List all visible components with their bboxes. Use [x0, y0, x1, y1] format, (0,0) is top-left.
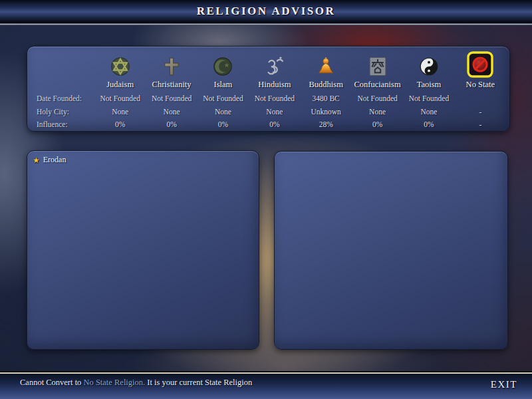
- religion-button-buddhism[interactable]: [301, 47, 352, 78]
- page-title: RELIGION ADVISOR: [197, 5, 336, 18]
- title-bar: RELIGION ADVISOR: [0, 0, 532, 23]
- religion-button-confucianism[interactable]: [352, 47, 403, 78]
- influence-hinduism: 0%: [249, 120, 300, 128]
- religion-name-hinduism: Hinduism: [249, 80, 300, 90]
- christian-cross-icon: [160, 55, 183, 78]
- religion-name-christianity: Christianity: [146, 80, 197, 90]
- religion-button-hinduism[interactable]: [249, 47, 300, 78]
- star-of-david-icon: [109, 55, 132, 78]
- religion-grid: Judaism Christianity Islam Hinduism Budd…: [27, 47, 509, 130]
- religion-summary-panel: Judaism Christianity Islam Hinduism Budd…: [27, 46, 510, 132]
- row-label-holy-city: Holy City:: [31, 108, 94, 116]
- civ-name-label: Erodan: [43, 155, 66, 165]
- holy-city-hinduism: None: [249, 108, 300, 116]
- row-label-date-founded: Date Founded:: [31, 94, 94, 102]
- holy-city-christianity: None: [146, 108, 197, 116]
- date-founded-taoism: Not Founded: [403, 94, 454, 102]
- status-link-text: No State Religion.: [83, 378, 145, 387]
- status-message-prefix: Cannot Convert to: [20, 378, 83, 387]
- influence-taoism: 0%: [403, 120, 454, 128]
- status-message: Cannot Convert to No State Religion. It …: [20, 378, 252, 388]
- row-label-influence: Influence:: [31, 120, 94, 128]
- holy-city-confucianism: None: [352, 108, 403, 116]
- date-founded-confucianism: Not Founded: [352, 94, 403, 102]
- status-bar: Cannot Convert to No State Religion. It …: [0, 372, 532, 399]
- religion-name-no-state: No State: [455, 80, 506, 90]
- buddha-icon: [315, 55, 337, 78]
- date-founded-judaism: Not Founded: [94, 94, 146, 102]
- favorite-star-icon: ★: [33, 156, 40, 164]
- religion-name-judaism: Judaism: [94, 80, 146, 90]
- date-founded-hinduism: Not Founded: [249, 94, 300, 102]
- confucian-glyph-icon: [366, 55, 389, 78]
- influence-islam: 0%: [198, 120, 249, 128]
- title-separator: [0, 23, 532, 25]
- holy-city-islam: None: [198, 108, 249, 116]
- religion-name-taoism: Taoism: [403, 80, 454, 90]
- influence-buddhism: 28%: [301, 120, 352, 128]
- influence-confucianism: 0%: [352, 120, 403, 128]
- holy-city-no-state: -: [455, 108, 506, 116]
- no-state-icon: [467, 51, 493, 78]
- influence-no-state: -: [455, 120, 506, 128]
- holy-city-judaism: None: [94, 108, 146, 116]
- holy-city-taoism: None: [403, 108, 454, 116]
- religion-name-confucianism: Confucianism: [352, 80, 403, 90]
- religion-name-islam: Islam: [198, 80, 249, 90]
- crescent-and-star-icon: [211, 55, 234, 78]
- date-founded-christianity: Not Founded: [146, 94, 197, 102]
- influence-judaism: 0%: [94, 120, 146, 128]
- influence-christianity: 0%: [146, 120, 197, 128]
- date-founded-islam: Not Founded: [198, 94, 249, 102]
- yin-yang-icon: [418, 55, 440, 78]
- religion-name-buddhism: Buddhism: [301, 80, 352, 90]
- exit-button[interactable]: EXIT: [491, 379, 517, 390]
- religion-button-taoism[interactable]: [403, 47, 454, 78]
- religion-button-no-state[interactable]: [455, 47, 506, 78]
- om-icon: [263, 55, 286, 78]
- list-item-erodan[interactable]: ★ Erodan: [27, 151, 259, 165]
- status-message-suffix: It is your current State Religion: [145, 378, 252, 387]
- civilizations-panel: ★ Erodan: [27, 150, 259, 350]
- religion-details-panel: [274, 151, 508, 350]
- religion-button-christianity[interactable]: [146, 47, 197, 78]
- religion-button-judaism[interactable]: [94, 47, 146, 78]
- date-founded-buddhism: 3480 BC: [301, 94, 352, 102]
- religion-button-islam[interactable]: [198, 47, 249, 78]
- holy-city-buddhism: Unknown: [301, 108, 352, 116]
